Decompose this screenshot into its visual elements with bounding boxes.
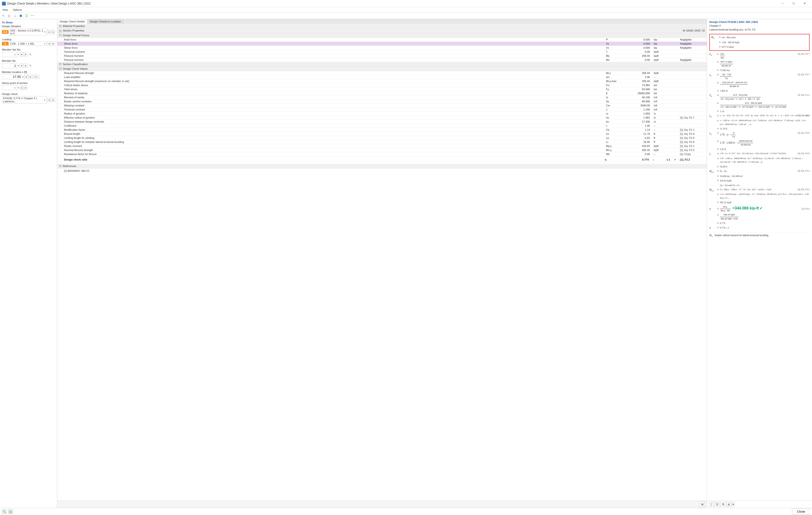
toolbar: ↖ ⊏ ⊥ ⬢ ☰ 〰	[0, 12, 812, 19]
table-row[interactable]: Torsional constantJ1.240in4	[57, 107, 707, 112]
toolbar-bracket-icon[interactable]: ⊏	[7, 13, 12, 18]
expand-icon: +	[59, 63, 61, 65]
table-row[interactable]: Flexural momentMy266.44kipft	[57, 54, 707, 58]
section-classification[interactable]: + Section Classification	[57, 62, 707, 66]
design-situation-dropdown[interactable]: DS2 - Section 2.3 (LRFD), 1. to 5. ▾	[9, 28, 47, 35]
loading-dropdown[interactable]: CO6 - 1.20D + 1.60L ▾	[9, 41, 47, 46]
member-set-label: Member Set No.	[2, 48, 55, 51]
chevron-down-icon[interactable]: ▾	[18, 87, 19, 89]
table-row[interactable]: Required flexural strengthMr,y266.44kipf…	[57, 71, 707, 75]
menu-options[interactable]: Options	[12, 8, 23, 12]
member-no-pick-icon[interactable]: ↖	[28, 63, 33, 68]
toolbar-cursor-icon[interactable]: ↖	[1, 13, 6, 18]
member-no-next[interactable]: ▸	[24, 63, 27, 68]
chevron-down-icon[interactable]: ▾	[18, 53, 19, 56]
table-row[interactable]: Axial forceP0.000kipNegligible	[57, 38, 707, 42]
toolbar-layer-icon[interactable]: ☰	[24, 13, 29, 18]
minimize-button[interactable]: ─	[777, 0, 788, 7]
table-row[interactable]: Shear forceVz0.000kipNegligible	[57, 46, 707, 50]
mcr-footnote: Elastic critical moment for lateral-tors…	[715, 234, 768, 237]
loading-next[interactable]: ▸	[51, 41, 55, 46]
table-row[interactable]: Resistance factor for flexureΦb0.90--[1]…	[57, 152, 707, 156]
table-row[interactable]: Required flexural strength (maximum on m…	[57, 79, 707, 83]
expand-icon: +	[59, 25, 61, 27]
member-location-input[interactable]	[2, 74, 22, 79]
chevron-down-icon[interactable]: ▾	[23, 75, 24, 78]
member-location-next[interactable]: ▸	[28, 75, 32, 79]
rt-formula-button[interactable]: ∑	[709, 502, 714, 507]
rt-expand-button[interactable]: ⇅	[720, 502, 726, 507]
design-situation-label: Design Situation	[2, 25, 55, 28]
table-row[interactable]: Coefficientc1.00--	[57, 124, 707, 128]
footer: 🔍 ₀₀ Close	[0, 508, 812, 515]
stress-point-input[interactable]	[2, 85, 17, 90]
rt-list-button[interactable]: ☰	[715, 502, 720, 507]
stress-point-prev[interactable]: ◂	[19, 86, 23, 90]
table-row[interactable]: Effective radius of gyrationrts1.982in[1…	[57, 116, 707, 120]
maximize-button[interactable]: ☐	[788, 0, 799, 7]
design-check-label: Design check	[2, 93, 55, 95]
section-references[interactable]: − References	[57, 164, 707, 169]
toolbar-wave-icon[interactable]: 〰	[30, 13, 35, 18]
collapse-icon: −	[59, 67, 61, 70]
footer-decimals-button[interactable]: ₀₀	[8, 509, 13, 514]
rt-dropdown-button[interactable]: ▾	[732, 502, 735, 507]
design-situation-next[interactable]: ▸	[51, 30, 55, 34]
stress-point-next[interactable]: ▸	[24, 86, 27, 90]
member-location-label: Member location x [ft]	[2, 70, 55, 73]
table-row[interactable]: Nominal flexural strengthMn,y382.32kipft…	[57, 148, 707, 152]
table-row[interactable]: Shear forceVy0.000kipNegligible	[57, 41, 707, 46]
section-section-properties[interactable]: + Section Properties W 18x50 | AISC 16	[57, 28, 707, 33]
table-row[interactable]: Flexural momentMz0.00kipftNegligible	[57, 58, 707, 62]
toolbar-member-icon[interactable]: ⊥	[12, 13, 18, 18]
member-set-prev[interactable]: ◂	[19, 52, 23, 57]
design-check-prev[interactable]: ◂	[47, 98, 51, 102]
tab-design-checks-in-location[interactable]: Design Checks in Location	[87, 19, 123, 24]
table-row[interactable]: Warping constantCw3040.00in6	[57, 103, 707, 107]
close-window-button[interactable]: ✕	[799, 0, 810, 7]
table-row[interactable]: Modification factorCb1.14--[1], Eq. F1-1	[57, 128, 707, 132]
close-button[interactable]: Close	[792, 509, 810, 515]
design-check-dropdown[interactable]: FF4100 0.774 ✔ Chapter F | Lateral-to...…	[2, 96, 47, 103]
table-row[interactable]: Load amplifierαcr2.06--	[57, 75, 707, 79]
section-check-values[interactable]: − Design Check Values	[57, 66, 707, 71]
titlebar: Design Check Details | Members | Steel D…	[0, 0, 812, 7]
table-row[interactable]: Radius of gyrationrz1.650in	[57, 112, 707, 116]
table-row[interactable]: Plastic momentMp,y420.83kipft[1], Eq. F2…	[57, 144, 707, 148]
member-set-next[interactable]: ▸	[24, 52, 27, 57]
member-set-input[interactable]	[2, 52, 17, 57]
table-row[interactable]: Moment of inertiaIz40.100in4	[57, 95, 707, 99]
toolbar-section-icon[interactable]: ⬢	[18, 13, 23, 18]
table-row[interactable]: Braced lengthLb11.76ft[1], Eq. F2-4	[57, 132, 707, 136]
footer-search-button[interactable]: 🔍	[2, 509, 7, 514]
center-panel: Design Check Details Design Checks in Lo…	[57, 19, 707, 508]
reference-item: [1] ANSI/AISC 360-22	[57, 169, 707, 173]
table-row[interactable]: Yield stressFy50.000ksi	[57, 87, 707, 91]
window-title: Design Check Details | Members | Steel D…	[7, 2, 777, 5]
table-row[interactable]: Torsional momentT0.00kipft	[57, 50, 707, 54]
loading-prev[interactable]: ◂	[47, 41, 51, 46]
member-location-ratio-button[interactable]: x/x₀	[33, 75, 39, 79]
member-location-prev[interactable]: ◂	[24, 75, 28, 79]
chevron-down-icon: ▾	[44, 99, 45, 101]
design-check-next[interactable]: ▸	[51, 98, 55, 102]
member-no-input[interactable]	[2, 63, 17, 68]
member-set-pick-icon[interactable]: ↖	[28, 52, 33, 57]
table-row[interactable]: Elastic section modulusSy88.900in3	[57, 99, 707, 103]
check-icon: ✔	[674, 158, 676, 161]
table-row[interactable]: Distance between flange centroidsho17.43…	[57, 120, 707, 124]
table-row[interactable]: Critical elastic stressFcr73.982ksi	[57, 83, 707, 87]
chevron-down-icon[interactable]: ▾	[18, 64, 19, 67]
menu-view[interactable]: View	[1, 8, 9, 12]
table-row[interactable]: Modulus of elasticityE29000.000ksi	[57, 91, 707, 95]
member-no-prev[interactable]: ◂	[19, 63, 23, 68]
rt-print-button[interactable]: 🖨	[726, 502, 731, 507]
design-situation-prev[interactable]: ◂	[47, 30, 51, 34]
right-panel-title: Design Check FF4100 | AISC 360 | 2022	[709, 21, 810, 23]
table-row[interactable]: Limiting length for inelastic lateral-to…	[57, 140, 707, 144]
center-export-button[interactable]: ⊞	[700, 502, 705, 507]
tab-design-check-details[interactable]: Design Check Details	[57, 19, 87, 24]
section-internal-forces[interactable]: − Design Internal Forces	[57, 33, 707, 38]
table-row[interactable]: Limiting length for yieldingLp5.83ft[1],…	[57, 136, 707, 140]
section-material-properties[interactable]: + Material Properties	[57, 24, 707, 28]
